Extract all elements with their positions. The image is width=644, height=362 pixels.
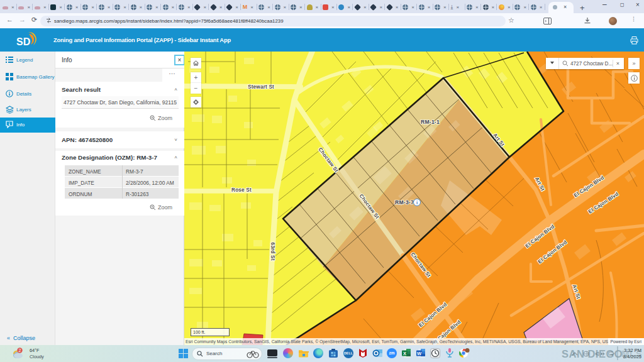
svg-text:RM-3-7: RM-3-7 [395,199,414,206]
svg-text:X: X [403,351,406,356]
svg-text:RM-1-1: RM-1-1 [421,119,440,125]
svg-text:i: i [416,200,418,206]
svg-text:Stewart St: Stewart St [248,84,274,90]
svg-text:W: W [417,351,422,356]
svg-text:63rd St: 63rd St [270,242,275,260]
svg-text:2: 2 [19,348,21,353]
svg-text:SD: SD [16,36,30,47]
svg-text:Rose St: Rose St [231,187,252,193]
